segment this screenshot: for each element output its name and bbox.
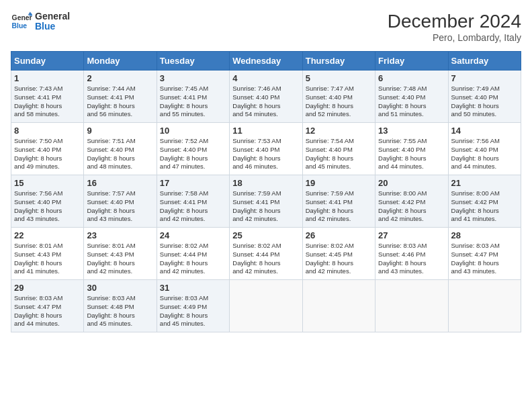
- calendar-cell: 18Sunrise: 7:59 AM Sunset: 4:41 PM Dayli…: [230, 175, 302, 228]
- day-number: 6: [378, 73, 445, 83]
- day-number: 7: [451, 73, 518, 83]
- day-info: Sunrise: 7:49 AM Sunset: 4:40 PM Dayligh…: [451, 85, 500, 118]
- header-saturday: Saturday: [448, 52, 521, 71]
- header-tuesday: Tuesday: [157, 52, 229, 71]
- day-number: 8: [14, 126, 81, 136]
- day-number: 23: [87, 230, 153, 240]
- calendar-cell: 1Sunrise: 7:43 AM Sunset: 4:41 PM Daylig…: [11, 71, 84, 123]
- calendar-cell: [302, 280, 375, 332]
- day-info: Sunrise: 8:02 AM Sunset: 4:45 PM Dayligh…: [306, 242, 354, 275]
- day-info: Sunrise: 7:53 AM Sunset: 4:40 PM Dayligh…: [232, 137, 281, 170]
- page-header: General Blue General Blue December 2024 …: [11, 11, 521, 43]
- svg-text:Blue: Blue: [12, 22, 28, 30]
- calendar-cell: 8Sunrise: 7:50 AM Sunset: 4:40 PM Daylig…: [11, 123, 84, 175]
- calendar-cell: 23Sunrise: 8:01 AM Sunset: 4:43 PM Dayli…: [84, 228, 157, 280]
- day-info: Sunrise: 7:56 AM Sunset: 4:40 PM Dayligh…: [14, 189, 62, 222]
- logo-icon: General Blue: [11, 11, 32, 32]
- day-number: 4: [232, 73, 299, 83]
- day-number: 26: [306, 230, 372, 240]
- day-info: Sunrise: 7:46 AM Sunset: 4:40 PM Dayligh…: [232, 85, 281, 118]
- day-number: 13: [378, 126, 445, 136]
- logo: General Blue General Blue: [11, 11, 70, 32]
- calendar-cell: 9Sunrise: 7:51 AM Sunset: 4:40 PM Daylig…: [84, 123, 157, 175]
- calendar-cell: 17Sunrise: 7:58 AM Sunset: 4:41 PM Dayli…: [157, 175, 229, 228]
- calendar-week-5: 29Sunrise: 8:03 AM Sunset: 4:47 PM Dayli…: [11, 280, 521, 332]
- calendar-cell: [230, 280, 302, 332]
- calendar-table: SundayMondayTuesdayWednesdayThursdayFrid…: [11, 51, 521, 332]
- calendar-cell: 30Sunrise: 8:03 AM Sunset: 4:48 PM Dayli…: [84, 280, 157, 332]
- page-subtitle: Pero, Lombardy, Italy: [388, 32, 521, 43]
- day-number: 31: [160, 283, 226, 293]
- calendar-cell: 19Sunrise: 7:59 AM Sunset: 4:41 PM Dayli…: [302, 175, 375, 228]
- day-info: Sunrise: 7:59 AM Sunset: 4:41 PM Dayligh…: [232, 189, 281, 222]
- day-number: 21: [451, 178, 518, 188]
- day-info: Sunrise: 7:58 AM Sunset: 4:41 PM Dayligh…: [160, 189, 208, 222]
- day-info: Sunrise: 8:03 AM Sunset: 4:47 PM Dayligh…: [14, 294, 62, 327]
- day-number: 18: [232, 178, 299, 188]
- day-number: 3: [160, 73, 226, 83]
- day-info: Sunrise: 8:01 AM Sunset: 4:43 PM Dayligh…: [87, 242, 135, 275]
- day-info: Sunrise: 8:00 AM Sunset: 4:42 PM Dayligh…: [451, 189, 500, 222]
- day-info: Sunrise: 7:54 AM Sunset: 4:40 PM Dayligh…: [306, 137, 354, 170]
- calendar-cell: 2Sunrise: 7:44 AM Sunset: 4:41 PM Daylig…: [84, 71, 157, 123]
- day-info: Sunrise: 7:43 AM Sunset: 4:41 PM Dayligh…: [14, 85, 62, 118]
- calendar-week-1: 1Sunrise: 7:43 AM Sunset: 4:41 PM Daylig…: [11, 71, 521, 123]
- header-monday: Monday: [84, 52, 157, 71]
- title-block: December 2024 Pero, Lombardy, Italy: [388, 11, 521, 43]
- day-number: 5: [306, 73, 372, 83]
- day-info: Sunrise: 8:02 AM Sunset: 4:44 PM Dayligh…: [232, 242, 281, 275]
- day-number: 27: [378, 230, 445, 240]
- day-number: 24: [160, 230, 226, 240]
- day-number: 12: [306, 126, 372, 136]
- header-thursday: Thursday: [302, 52, 375, 71]
- day-info: Sunrise: 7:45 AM Sunset: 4:41 PM Dayligh…: [160, 85, 208, 118]
- day-number: 10: [160, 126, 226, 136]
- day-info: Sunrise: 7:44 AM Sunset: 4:41 PM Dayligh…: [87, 85, 135, 118]
- header-wednesday: Wednesday: [230, 52, 302, 71]
- day-number: 2: [87, 73, 153, 83]
- calendar-cell: 11Sunrise: 7:53 AM Sunset: 4:40 PM Dayli…: [230, 123, 302, 175]
- day-info: Sunrise: 8:03 AM Sunset: 4:48 PM Dayligh…: [87, 294, 135, 327]
- calendar-cell: 24Sunrise: 8:02 AM Sunset: 4:44 PM Dayli…: [157, 228, 229, 280]
- day-info: Sunrise: 8:02 AM Sunset: 4:44 PM Dayligh…: [160, 242, 208, 275]
- day-info: Sunrise: 8:03 AM Sunset: 4:47 PM Dayligh…: [451, 242, 500, 275]
- svg-text:General: General: [12, 14, 32, 21]
- logo-text-general: General: [35, 11, 70, 21]
- calendar-header-row: SundayMondayTuesdayWednesdayThursdayFrid…: [11, 52, 521, 71]
- day-info: Sunrise: 8:03 AM Sunset: 4:46 PM Dayligh…: [378, 242, 427, 275]
- calendar-cell: 21Sunrise: 8:00 AM Sunset: 4:42 PM Dayli…: [448, 175, 521, 228]
- day-info: Sunrise: 7:51 AM Sunset: 4:40 PM Dayligh…: [87, 137, 135, 170]
- day-number: 16: [87, 178, 153, 188]
- calendar-cell: 14Sunrise: 7:56 AM Sunset: 4:40 PM Dayli…: [448, 123, 521, 175]
- day-info: Sunrise: 7:57 AM Sunset: 4:40 PM Dayligh…: [87, 189, 135, 222]
- day-number: 30: [87, 283, 153, 293]
- day-info: Sunrise: 7:48 AM Sunset: 4:40 PM Dayligh…: [378, 85, 427, 118]
- day-number: 17: [160, 178, 226, 188]
- calendar-cell: 13Sunrise: 7:55 AM Sunset: 4:40 PM Dayli…: [375, 123, 448, 175]
- calendar-cell: [375, 280, 448, 332]
- day-number: 28: [451, 230, 518, 240]
- day-number: 19: [306, 178, 372, 188]
- calendar-cell: 15Sunrise: 7:56 AM Sunset: 4:40 PM Dayli…: [11, 175, 84, 228]
- day-info: Sunrise: 7:55 AM Sunset: 4:40 PM Dayligh…: [378, 137, 427, 170]
- calendar-week-2: 8Sunrise: 7:50 AM Sunset: 4:40 PM Daylig…: [11, 123, 521, 175]
- day-info: Sunrise: 8:00 AM Sunset: 4:42 PM Dayligh…: [378, 189, 427, 222]
- day-number: 14: [451, 126, 518, 136]
- calendar-cell: 26Sunrise: 8:02 AM Sunset: 4:45 PM Dayli…: [302, 228, 375, 280]
- day-number: 22: [14, 230, 81, 240]
- calendar-week-4: 22Sunrise: 8:01 AM Sunset: 4:43 PM Dayli…: [11, 228, 521, 280]
- calendar-cell: 4Sunrise: 7:46 AM Sunset: 4:40 PM Daylig…: [230, 71, 302, 123]
- day-info: Sunrise: 7:56 AM Sunset: 4:40 PM Dayligh…: [451, 137, 500, 170]
- calendar-cell: 3Sunrise: 7:45 AM Sunset: 4:41 PM Daylig…: [157, 71, 229, 123]
- calendar-week-3: 15Sunrise: 7:56 AM Sunset: 4:40 PM Dayli…: [11, 175, 521, 228]
- day-info: Sunrise: 8:03 AM Sunset: 4:49 PM Dayligh…: [160, 294, 208, 327]
- calendar-cell: 12Sunrise: 7:54 AM Sunset: 4:40 PM Dayli…: [302, 123, 375, 175]
- calendar-cell: 25Sunrise: 8:02 AM Sunset: 4:44 PM Dayli…: [230, 228, 302, 280]
- header-friday: Friday: [375, 52, 448, 71]
- calendar-cell: 29Sunrise: 8:03 AM Sunset: 4:47 PM Dayli…: [11, 280, 84, 332]
- day-info: Sunrise: 7:47 AM Sunset: 4:40 PM Dayligh…: [306, 85, 354, 118]
- calendar-cell: 20Sunrise: 8:00 AM Sunset: 4:42 PM Dayli…: [375, 175, 448, 228]
- header-sunday: Sunday: [11, 52, 84, 71]
- calendar-cell: 31Sunrise: 8:03 AM Sunset: 4:49 PM Dayli…: [157, 280, 229, 332]
- day-number: 20: [378, 178, 445, 188]
